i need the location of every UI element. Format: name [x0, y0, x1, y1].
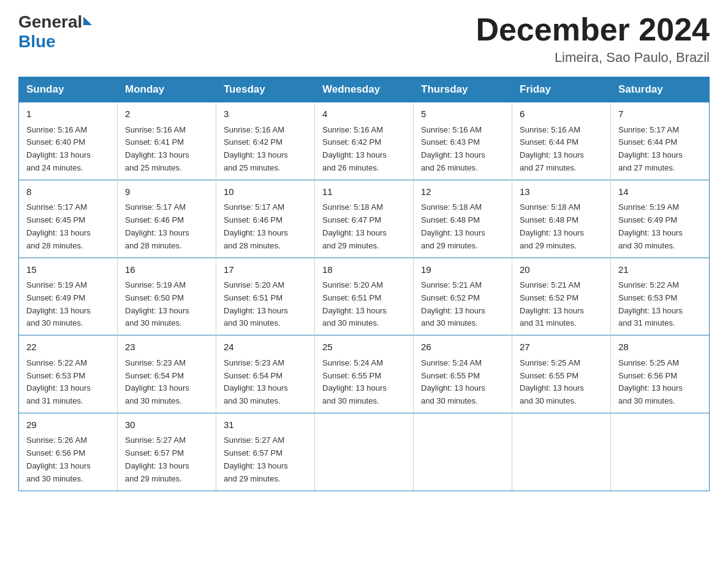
day-number: 19	[421, 263, 504, 277]
day-info: Sunrise: 5:24 AMSunset: 6:55 PMDaylight:…	[421, 357, 504, 408]
day-number: 28	[618, 340, 702, 354]
calendar-cell: 23Sunrise: 5:23 AMSunset: 6:54 PMDayligh…	[118, 335, 216, 413]
day-number: 5	[421, 107, 504, 121]
header-thursday: Thursday	[414, 77, 512, 102]
day-number: 30	[125, 418, 208, 432]
calendar-cell: 24Sunrise: 5:23 AMSunset: 6:54 PMDayligh…	[216, 335, 315, 413]
day-number: 11	[322, 185, 406, 199]
day-info: Sunrise: 5:24 AMSunset: 6:55 PMDaylight:…	[322, 357, 406, 408]
day-number: 10	[224, 185, 307, 199]
logo-general-text: General	[18, 12, 82, 32]
day-info: Sunrise: 5:18 AMSunset: 6:48 PMDaylight:…	[520, 201, 603, 252]
day-info: Sunrise: 5:17 AMSunset: 6:46 PMDaylight:…	[224, 201, 307, 252]
day-number: 17	[224, 263, 307, 277]
logo-triangle-icon	[83, 17, 92, 25]
day-number: 6	[520, 107, 603, 121]
day-info: Sunrise: 5:17 AMSunset: 6:46 PMDaylight:…	[125, 201, 208, 252]
calendar-cell	[512, 413, 611, 491]
header-saturday: Saturday	[611, 77, 710, 102]
calendar-cell: 18Sunrise: 5:20 AMSunset: 6:51 PMDayligh…	[315, 258, 414, 335]
day-info: Sunrise: 5:23 AMSunset: 6:54 PMDaylight:…	[125, 357, 208, 408]
day-info: Sunrise: 5:19 AMSunset: 6:50 PMDaylight:…	[125, 279, 208, 330]
day-info: Sunrise: 5:21 AMSunset: 6:52 PMDaylight:…	[520, 279, 603, 330]
calendar-cell: 27Sunrise: 5:25 AMSunset: 6:55 PMDayligh…	[512, 335, 611, 413]
day-info: Sunrise: 5:16 AMSunset: 6:42 PMDaylight:…	[224, 124, 307, 175]
calendar-cell: 11Sunrise: 5:18 AMSunset: 6:47 PMDayligh…	[315, 180, 414, 258]
day-info: Sunrise: 5:20 AMSunset: 6:51 PMDaylight:…	[224, 279, 307, 330]
day-info: Sunrise: 5:27 AMSunset: 6:57 PMDaylight:…	[125, 434, 208, 485]
day-info: Sunrise: 5:16 AMSunset: 6:41 PMDaylight:…	[125, 124, 208, 175]
logo-blue-text: Blue	[18, 32, 56, 52]
day-info: Sunrise: 5:25 AMSunset: 6:55 PMDaylight:…	[520, 357, 603, 408]
day-number: 15	[26, 263, 110, 277]
day-info: Sunrise: 5:17 AMSunset: 6:45 PMDaylight:…	[26, 201, 110, 252]
day-info: Sunrise: 5:21 AMSunset: 6:52 PMDaylight:…	[421, 279, 504, 330]
page-header: General Blue December 2024 Limeira, Sao …	[18, 12, 710, 66]
calendar-cell: 22Sunrise: 5:22 AMSunset: 6:53 PMDayligh…	[19, 335, 118, 413]
calendar-cell	[315, 413, 414, 491]
day-number: 20	[520, 263, 603, 277]
calendar-cell	[611, 413, 710, 491]
calendar-week-row: 15Sunrise: 5:19 AMSunset: 6:49 PMDayligh…	[19, 258, 710, 335]
calendar-cell: 26Sunrise: 5:24 AMSunset: 6:55 PMDayligh…	[414, 335, 512, 413]
header-sunday: Sunday	[19, 77, 118, 102]
calendar-cell: 12Sunrise: 5:18 AMSunset: 6:48 PMDayligh…	[414, 180, 512, 258]
day-info: Sunrise: 5:16 AMSunset: 6:43 PMDaylight:…	[421, 124, 504, 175]
day-info: Sunrise: 5:22 AMSunset: 6:53 PMDaylight:…	[618, 279, 702, 330]
calendar-cell: 25Sunrise: 5:24 AMSunset: 6:55 PMDayligh…	[315, 335, 414, 413]
calendar-cell: 19Sunrise: 5:21 AMSunset: 6:52 PMDayligh…	[414, 258, 512, 335]
day-info: Sunrise: 5:16 AMSunset: 6:44 PMDaylight:…	[520, 124, 603, 175]
calendar-cell: 15Sunrise: 5:19 AMSunset: 6:49 PMDayligh…	[19, 258, 118, 335]
title-area: December 2024 Limeira, Sao Paulo, Brazil	[476, 12, 710, 66]
logo: General Blue	[18, 12, 92, 52]
calendar-table: SundayMondayTuesdayWednesdayThursdayFrid…	[18, 77, 710, 491]
calendar-cell: 16Sunrise: 5:19 AMSunset: 6:50 PMDayligh…	[118, 258, 216, 335]
day-number: 13	[520, 185, 603, 199]
calendar-week-row: 8Sunrise: 5:17 AMSunset: 6:45 PMDaylight…	[19, 180, 710, 258]
calendar-cell: 6Sunrise: 5:16 AMSunset: 6:44 PMDaylight…	[512, 102, 611, 180]
day-number: 26	[421, 340, 504, 354]
day-number: 23	[125, 340, 208, 354]
header-friday: Friday	[512, 77, 611, 102]
day-info: Sunrise: 5:27 AMSunset: 6:57 PMDaylight:…	[224, 434, 307, 485]
day-number: 9	[125, 185, 208, 199]
header-wednesday: Wednesday	[315, 77, 414, 102]
day-number: 2	[125, 107, 208, 121]
day-number: 25	[322, 340, 406, 354]
calendar-cell: 2Sunrise: 5:16 AMSunset: 6:41 PMDaylight…	[118, 102, 216, 180]
day-info: Sunrise: 5:18 AMSunset: 6:47 PMDaylight:…	[322, 201, 406, 252]
day-number: 16	[125, 263, 208, 277]
header-monday: Monday	[118, 77, 216, 102]
day-info: Sunrise: 5:26 AMSunset: 6:56 PMDaylight:…	[26, 434, 110, 485]
calendar-week-row: 1Sunrise: 5:16 AMSunset: 6:40 PMDaylight…	[19, 102, 710, 180]
day-number: 24	[224, 340, 307, 354]
day-number: 31	[224, 418, 307, 432]
day-number: 22	[26, 340, 110, 354]
day-info: Sunrise: 5:22 AMSunset: 6:53 PMDaylight:…	[26, 357, 110, 408]
calendar-cell: 1Sunrise: 5:16 AMSunset: 6:40 PMDaylight…	[19, 102, 118, 180]
calendar-cell: 9Sunrise: 5:17 AMSunset: 6:46 PMDaylight…	[118, 180, 216, 258]
day-number: 12	[421, 185, 504, 199]
day-info: Sunrise: 5:16 AMSunset: 6:42 PMDaylight:…	[322, 124, 406, 175]
calendar-cell: 29Sunrise: 5:26 AMSunset: 6:56 PMDayligh…	[19, 413, 118, 491]
calendar-week-row: 29Sunrise: 5:26 AMSunset: 6:56 PMDayligh…	[19, 413, 710, 491]
calendar-cell: 8Sunrise: 5:17 AMSunset: 6:45 PMDaylight…	[19, 180, 118, 258]
day-number: 3	[224, 107, 307, 121]
day-number: 1	[26, 107, 110, 121]
header-tuesday: Tuesday	[216, 77, 315, 102]
main-title: December 2024	[476, 12, 710, 47]
calendar-cell: 5Sunrise: 5:16 AMSunset: 6:43 PMDaylight…	[414, 102, 512, 180]
calendar-cell: 3Sunrise: 5:16 AMSunset: 6:42 PMDaylight…	[216, 102, 315, 180]
calendar-week-row: 22Sunrise: 5:22 AMSunset: 6:53 PMDayligh…	[19, 335, 710, 413]
calendar-cell: 28Sunrise: 5:25 AMSunset: 6:56 PMDayligh…	[611, 335, 710, 413]
day-number: 8	[26, 185, 110, 199]
calendar-cell	[414, 413, 512, 491]
day-number: 27	[520, 340, 603, 354]
calendar-cell: 30Sunrise: 5:27 AMSunset: 6:57 PMDayligh…	[118, 413, 216, 491]
calendar-header-row: SundayMondayTuesdayWednesdayThursdayFrid…	[19, 77, 710, 102]
day-number: 7	[618, 107, 702, 121]
day-number: 14	[618, 185, 702, 199]
day-info: Sunrise: 5:23 AMSunset: 6:54 PMDaylight:…	[224, 357, 307, 408]
day-info: Sunrise: 5:25 AMSunset: 6:56 PMDaylight:…	[618, 357, 702, 408]
day-info: Sunrise: 5:19 AMSunset: 6:49 PMDaylight:…	[618, 201, 702, 252]
